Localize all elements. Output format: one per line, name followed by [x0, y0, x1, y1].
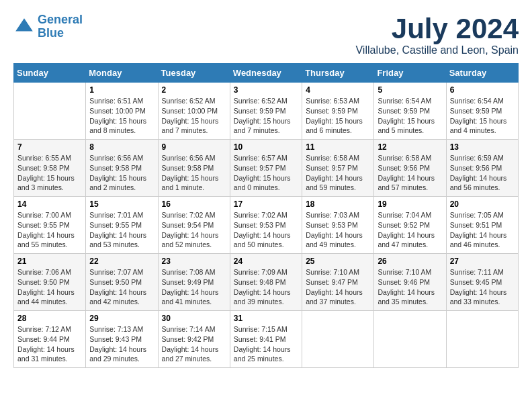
location-title: Villalube, Castille and Leon, Spain: [355, 44, 519, 56]
table-row: 17Sunrise: 7:02 AMSunset: 9:53 PMDayligh…: [230, 197, 302, 254]
table-row: 15Sunrise: 7:01 AMSunset: 9:55 PMDayligh…: [86, 197, 158, 254]
logo-icon: [13, 16, 35, 38]
day-number: 19: [378, 199, 442, 209]
day-info: Sunrise: 7:07 AMSunset: 9:50 PMDaylight:…: [89, 267, 154, 307]
table-row: 22Sunrise: 7:07 AMSunset: 9:50 PMDayligh…: [86, 254, 158, 311]
table-row: 20Sunrise: 7:05 AMSunset: 9:51 PMDayligh…: [446, 197, 518, 254]
logo-line2: Blue: [38, 26, 64, 40]
day-number: 14: [17, 199, 82, 209]
day-number: 25: [306, 257, 370, 266]
day-info: Sunrise: 7:05 AMSunset: 9:51 PMDaylight:…: [450, 210, 515, 250]
col-tuesday: Tuesday: [158, 64, 230, 83]
table-row: 16Sunrise: 7:02 AMSunset: 9:54 PMDayligh…: [158, 197, 230, 254]
table-row: 10Sunrise: 6:57 AMSunset: 9:57 PMDayligh…: [230, 140, 302, 197]
table-row: 13Sunrise: 6:59 AMSunset: 9:56 PMDayligh…: [446, 140, 518, 197]
table-row: [446, 311, 518, 368]
day-number: 21: [17, 257, 82, 266]
calendar-week-row: 14Sunrise: 7:00 AMSunset: 9:55 PMDayligh…: [14, 197, 519, 254]
month-title: July 2024: [355, 13, 519, 44]
day-info: Sunrise: 7:11 AMSunset: 9:45 PMDaylight:…: [450, 267, 515, 307]
day-info: Sunrise: 7:03 AMSunset: 9:53 PMDaylight:…: [306, 210, 370, 250]
day-info: Sunrise: 6:52 AMSunset: 9:59 PMDaylight:…: [234, 96, 298, 136]
calendar-table: Sunday Monday Tuesday Wednesday Thursday…: [13, 63, 519, 368]
day-info: Sunrise: 6:52 AMSunset: 10:00 PMDaylight…: [162, 96, 226, 136]
logo: General Blue: [13, 13, 83, 40]
title-block: July 2024 Villalube, Castille and Leon, …: [355, 13, 519, 56]
calendar-week-row: 7Sunrise: 6:55 AMSunset: 9:58 PMDaylight…: [14, 140, 519, 197]
table-row: 18Sunrise: 7:03 AMSunset: 9:53 PMDayligh…: [302, 197, 374, 254]
day-info: Sunrise: 7:09 AMSunset: 9:48 PMDaylight:…: [234, 267, 298, 307]
table-row: 3Sunrise: 6:52 AMSunset: 9:59 PMDaylight…: [230, 83, 302, 140]
svg-marker-0: [15, 18, 33, 31]
day-info: Sunrise: 6:57 AMSunset: 9:57 PMDaylight:…: [234, 153, 298, 193]
day-info: Sunrise: 7:14 AMSunset: 9:42 PMDaylight:…: [162, 324, 226, 364]
day-info: Sunrise: 6:58 AMSunset: 9:56 PMDaylight:…: [378, 153, 442, 193]
day-number: 31: [234, 314, 298, 323]
calendar-header-row: Sunday Monday Tuesday Wednesday Thursday…: [14, 64, 519, 83]
day-number: 7: [17, 142, 82, 152]
col-sunday: Sunday: [14, 64, 86, 83]
logo-line1: General: [38, 13, 83, 26]
day-info: Sunrise: 6:58 AMSunset: 9:57 PMDaylight:…: [306, 153, 370, 193]
table-row: 30Sunrise: 7:14 AMSunset: 9:42 PMDayligh…: [158, 311, 230, 368]
day-info: Sunrise: 7:08 AMSunset: 9:49 PMDaylight:…: [162, 267, 226, 307]
day-info: Sunrise: 7:04 AMSunset: 9:52 PMDaylight:…: [378, 210, 442, 250]
day-number: 26: [378, 257, 442, 266]
col-monday: Monday: [86, 64, 158, 83]
day-info: Sunrise: 6:53 AMSunset: 9:59 PMDaylight:…: [306, 96, 370, 136]
day-number: 27: [450, 257, 515, 266]
table-row: 25Sunrise: 7:10 AMSunset: 9:47 PMDayligh…: [302, 254, 374, 311]
calendar-week-row: 1Sunrise: 6:51 AMSunset: 10:00 PMDayligh…: [14, 83, 519, 140]
day-info: Sunrise: 7:02 AMSunset: 9:54 PMDaylight:…: [162, 210, 226, 250]
day-number: 29: [89, 314, 154, 323]
table-row: [14, 83, 86, 140]
col-thursday: Thursday: [302, 64, 374, 83]
table-row: 21Sunrise: 7:06 AMSunset: 9:50 PMDayligh…: [14, 254, 86, 311]
table-row: 4Sunrise: 6:53 AMSunset: 9:59 PMDaylight…: [302, 83, 374, 140]
day-info: Sunrise: 7:06 AMSunset: 9:50 PMDaylight:…: [17, 267, 82, 307]
day-info: Sunrise: 7:10 AMSunset: 9:46 PMDaylight:…: [378, 267, 442, 307]
day-number: 24: [234, 257, 298, 266]
table-row: 27Sunrise: 7:11 AMSunset: 9:45 PMDayligh…: [446, 254, 518, 311]
day-info: Sunrise: 6:59 AMSunset: 9:56 PMDaylight:…: [450, 153, 515, 193]
table-row: 31Sunrise: 7:15 AMSunset: 9:41 PMDayligh…: [230, 311, 302, 368]
page-header: General Blue July 2024 Villalube, Castil…: [13, 13, 519, 56]
table-row: [302, 311, 374, 368]
table-row: 9Sunrise: 6:56 AMSunset: 9:58 PMDaylight…: [158, 140, 230, 197]
day-info: Sunrise: 7:12 AMSunset: 9:44 PMDaylight:…: [17, 324, 82, 364]
table-row: 23Sunrise: 7:08 AMSunset: 9:49 PMDayligh…: [158, 254, 230, 311]
day-info: Sunrise: 7:10 AMSunset: 9:47 PMDaylight:…: [306, 267, 370, 307]
table-row: 8Sunrise: 6:56 AMSunset: 9:58 PMDaylight…: [86, 140, 158, 197]
table-row: 28Sunrise: 7:12 AMSunset: 9:44 PMDayligh…: [14, 311, 86, 368]
day-number: 9: [162, 142, 226, 152]
table-row: [374, 311, 446, 368]
day-number: 28: [17, 314, 82, 323]
table-row: 1Sunrise: 6:51 AMSunset: 10:00 PMDayligh…: [86, 83, 158, 140]
day-info: Sunrise: 6:56 AMSunset: 9:58 PMDaylight:…: [162, 153, 226, 193]
table-row: 12Sunrise: 6:58 AMSunset: 9:56 PMDayligh…: [374, 140, 446, 197]
day-info: Sunrise: 6:55 AMSunset: 9:58 PMDaylight:…: [17, 153, 82, 193]
day-number: 12: [378, 142, 442, 152]
logo-text: General Blue: [38, 13, 83, 40]
table-row: 24Sunrise: 7:09 AMSunset: 9:48 PMDayligh…: [230, 254, 302, 311]
table-row: 11Sunrise: 6:58 AMSunset: 9:57 PMDayligh…: [302, 140, 374, 197]
calendar-week-row: 28Sunrise: 7:12 AMSunset: 9:44 PMDayligh…: [14, 311, 519, 368]
day-number: 22: [89, 257, 154, 266]
table-row: 6Sunrise: 6:54 AMSunset: 9:59 PMDaylight…: [446, 83, 518, 140]
table-row: 7Sunrise: 6:55 AMSunset: 9:58 PMDaylight…: [14, 140, 86, 197]
col-saturday: Saturday: [446, 64, 518, 83]
day-number: 4: [306, 85, 370, 95]
day-info: Sunrise: 6:54 AMSunset: 9:59 PMDaylight:…: [450, 96, 515, 136]
day-number: 6: [450, 85, 515, 95]
day-number: 10: [234, 142, 298, 152]
day-info: Sunrise: 6:54 AMSunset: 9:59 PMDaylight:…: [378, 96, 442, 136]
col-friday: Friday: [374, 64, 446, 83]
day-number: 13: [450, 142, 515, 152]
day-number: 2: [162, 85, 226, 95]
table-row: 29Sunrise: 7:13 AMSunset: 9:43 PMDayligh…: [86, 311, 158, 368]
day-number: 15: [89, 199, 154, 209]
day-info: Sunrise: 6:51 AMSunset: 10:00 PMDaylight…: [89, 96, 154, 136]
day-number: 11: [306, 142, 370, 152]
table-row: 2Sunrise: 6:52 AMSunset: 10:00 PMDayligh…: [158, 83, 230, 140]
day-info: Sunrise: 6:56 AMSunset: 9:58 PMDaylight:…: [89, 153, 154, 193]
